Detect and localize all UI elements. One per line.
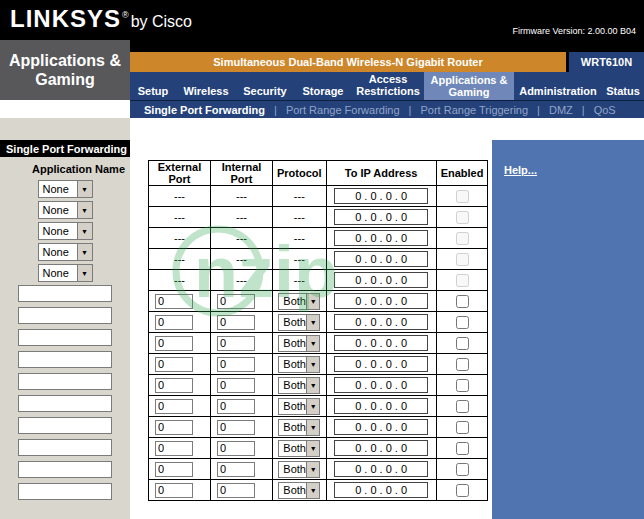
internal-port-input[interactable] (217, 336, 255, 351)
firmware-version: Firmware Version: 2.00.00 B04 (512, 26, 636, 36)
external-port-input[interactable] (155, 399, 193, 414)
ip-address-field[interactable]: 0 . 0 . 0 . 0 (334, 209, 428, 225)
enabled-checkbox (456, 190, 469, 203)
ip-address-field[interactable]: 0 . 0 . 0 . 0 (334, 314, 428, 330)
internal-port-input[interactable] (217, 294, 255, 309)
external-port-input[interactable] (155, 462, 193, 477)
internal-port-input[interactable] (217, 357, 255, 372)
enabled-checkbox[interactable] (456, 358, 469, 371)
enabled-checkbox (456, 253, 469, 266)
external-port-input[interactable] (155, 315, 193, 330)
subnav-spacer (0, 100, 130, 118)
tab-setup[interactable]: Setup (130, 72, 176, 100)
enabled-checkbox (456, 274, 469, 287)
application-select[interactable]: None▼ (38, 243, 93, 261)
router-admin-page: LINKSYS ® by Cisco Firmware Version: 2.0… (0, 0, 644, 519)
application-name-input[interactable] (18, 483, 112, 500)
tab-status[interactable]: Status (602, 72, 644, 100)
help-link[interactable]: Help... (504, 164, 537, 176)
application-name-input[interactable] (18, 417, 112, 434)
dropdown-arrow-icon: ▼ (306, 294, 319, 309)
external-port-input[interactable] (155, 357, 193, 372)
protocol-select[interactable]: Both▼ (278, 461, 320, 478)
tab-administration[interactable]: Administration (514, 72, 602, 100)
internal-port-input[interactable] (217, 420, 255, 435)
enabled-checkbox[interactable] (456, 442, 469, 455)
external-port-input[interactable] (155, 420, 193, 435)
tab-access-restrictions[interactable]: Access Restrictions (352, 72, 424, 100)
enabled-checkbox[interactable] (456, 337, 469, 350)
enabled-checkbox[interactable] (456, 463, 469, 476)
ip-address-field[interactable]: 0 . 0 . 0 . 0 (334, 482, 428, 498)
ip-address-field[interactable]: 0 . 0 . 0 . 0 (334, 356, 428, 372)
subnav-qos[interactable]: QoS (594, 104, 616, 116)
subnav-single-port-forwarding[interactable]: Single Port Forwarding (144, 104, 265, 116)
subnav-port-range-forwarding[interactable]: Port Range Forwarding (286, 104, 400, 116)
application-select[interactable]: None▼ (38, 180, 93, 198)
external-port-input[interactable] (155, 294, 193, 309)
enabled-checkbox[interactable] (456, 295, 469, 308)
ip-address-field[interactable]: 0 . 0 . 0 . 0 (334, 398, 428, 414)
external-port-input[interactable] (155, 441, 193, 456)
internal-port-input[interactable] (217, 441, 255, 456)
dropdown-arrow-icon: ▼ (77, 181, 92, 197)
protocol-select[interactable]: Both▼ (278, 314, 320, 331)
protocol-select[interactable]: Both▼ (278, 482, 320, 499)
protocol-select[interactable]: Both▼ (278, 440, 320, 457)
application-name-input[interactable] (18, 373, 112, 390)
protocol-select[interactable]: Both▼ (278, 293, 320, 310)
application-name-input[interactable] (18, 307, 112, 324)
internal-port-input[interactable] (217, 462, 255, 477)
application-select-value: None (39, 204, 77, 216)
ip-address-field[interactable]: 0 . 0 . 0 . 0 (334, 419, 428, 435)
ip-address-field[interactable]: 0 . 0 . 0 . 0 (334, 188, 428, 204)
internal-port-input[interactable] (217, 378, 255, 393)
protocol-select[interactable]: Both▼ (278, 398, 320, 415)
ip-address-field[interactable]: 0 . 0 . 0 . 0 (334, 440, 428, 456)
application-name-input[interactable] (18, 285, 112, 302)
enabled-checkbox (456, 232, 469, 245)
internal-port-input[interactable] (217, 315, 255, 330)
enabled-checkbox[interactable] (456, 484, 469, 497)
ip-address-field[interactable]: 0 . 0 . 0 . 0 (334, 335, 428, 351)
protocol-value: Both (279, 463, 306, 475)
enabled-checkbox[interactable] (456, 421, 469, 434)
application-select[interactable]: None▼ (38, 201, 93, 219)
protocol-select[interactable]: Both▼ (278, 356, 320, 373)
application-name-input[interactable] (18, 439, 112, 456)
subnav-port-range-triggering[interactable]: Port Range Triggering (420, 104, 528, 116)
protocol-select[interactable]: Both▼ (278, 335, 320, 352)
ip-address-field[interactable]: 0 . 0 . 0 . 0 (334, 293, 428, 309)
tab-wireless[interactable]: Wireless (176, 72, 236, 100)
enabled-checkbox[interactable] (456, 400, 469, 413)
external-port-input[interactable] (155, 336, 193, 351)
subnav-dmz[interactable]: DMZ (549, 104, 573, 116)
protocol-select[interactable]: Both▼ (278, 377, 320, 394)
internal-port-input[interactable] (217, 399, 255, 414)
enabled-checkbox[interactable] (456, 379, 469, 392)
application-name-input[interactable] (18, 351, 112, 368)
internal-port-input[interactable] (217, 483, 255, 498)
router-title: Simultaneous Dual-Band Wireless-N Gigabi… (130, 52, 566, 72)
tab-storage[interactable]: Storage (294, 72, 352, 100)
protocol-select[interactable]: Both▼ (278, 419, 320, 436)
application-select[interactable]: None▼ (38, 222, 93, 240)
external-port-input[interactable] (155, 378, 193, 393)
tab-applications-gaming[interactable]: Applications & Gaming (424, 72, 514, 100)
enabled-checkbox (456, 211, 469, 224)
ip-address-field[interactable]: 0 . 0 . 0 . 0 (334, 377, 428, 393)
external-port-input[interactable] (155, 483, 193, 498)
tab-security[interactable]: Security (236, 72, 294, 100)
enabled-checkbox[interactable] (456, 316, 469, 329)
application-name-input[interactable] (18, 461, 112, 478)
application-name-input[interactable] (18, 329, 112, 346)
application-name-inputs (0, 285, 130, 500)
ip-address-field[interactable]: 0 . 0 . 0 . 0 (334, 251, 428, 267)
application-name-input[interactable] (18, 395, 112, 412)
application-select[interactable]: None▼ (38, 264, 93, 282)
router-model: WRT610N (566, 52, 644, 72)
ip-address-field[interactable]: 0 . 0 . 0 . 0 (334, 230, 428, 246)
nav-tabs: Setup Wireless Security Storage Access R… (130, 72, 644, 100)
ip-address-field[interactable]: 0 . 0 . 0 . 0 (334, 461, 428, 477)
ip-address-field[interactable]: 0 . 0 . 0 . 0 (334, 272, 428, 288)
